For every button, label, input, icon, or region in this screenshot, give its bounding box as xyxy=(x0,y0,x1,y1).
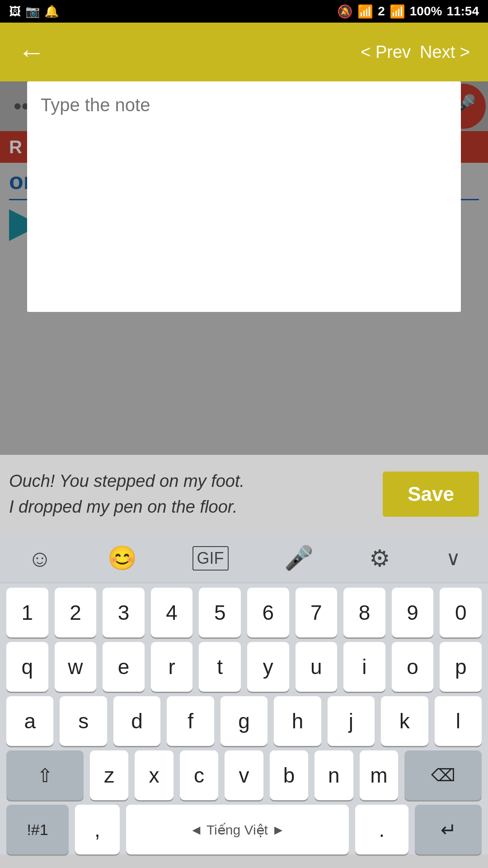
sim-icon: 2 xyxy=(378,4,385,19)
backspace-key[interactable]: ⌫ xyxy=(404,750,482,800)
content-area: ••• AA 📋 ☆ ⬇ 🔊 ✕ 🎤 R on Ouch! You stepp xyxy=(0,81,488,533)
sticker-icon[interactable]: 😊 xyxy=(108,544,137,572)
note-input[interactable] xyxy=(27,81,461,312)
key-j[interactable]: j xyxy=(328,696,375,746)
notification-icon: 🔔 xyxy=(44,5,59,19)
signal-icon: 📶 xyxy=(389,4,405,19)
key-b[interactable]: b xyxy=(270,750,308,800)
app-toolbar: ← < Prev Next > xyxy=(0,23,488,81)
asdf-row: a s d f g h j k l xyxy=(6,696,482,746)
comma-key[interactable]: , xyxy=(75,805,120,854)
nav-controls: < Prev Next > xyxy=(361,42,470,62)
sym-key[interactable]: !#1 xyxy=(6,805,69,854)
key-d[interactable]: d xyxy=(113,696,160,746)
space-key[interactable]: ◄ Tiếng Việt ► xyxy=(126,805,349,854)
key-h[interactable]: h xyxy=(274,696,321,746)
keyboard-area: ☺ 😊 GIF 🎤 ⚙ ∨ 1 2 3 4 5 6 7 8 9 0 q w e … xyxy=(0,533,488,854)
number-row: 1 2 3 4 5 6 7 8 9 0 xyxy=(6,588,482,637)
status-right-info: 🔕 📶 2 📶 100% 11:54 xyxy=(337,4,479,19)
key-1[interactable]: 1 xyxy=(6,588,48,637)
example-line-1: Ouch! You stepped on my foot. xyxy=(9,468,244,494)
bottom-kb-row: !#1 , ◄ Tiếng Việt ► . ↵ xyxy=(6,805,482,854)
note-modal xyxy=(27,81,461,312)
key-i[interactable]: i xyxy=(343,642,385,692)
gif-icon[interactable]: GIF xyxy=(192,546,229,571)
zxcv-row: ⇧ z x c v b n m ⌫ xyxy=(6,750,482,800)
key-u[interactable]: u xyxy=(296,642,338,692)
keyboard-settings-icon[interactable]: ⚙ xyxy=(369,545,390,572)
save-button[interactable]: Save xyxy=(383,472,479,517)
camera-icon: 📷 xyxy=(25,5,40,19)
gallery-icon: 🖼 xyxy=(9,5,21,19)
key-2[interactable]: 2 xyxy=(55,588,97,637)
key-6[interactable]: 6 xyxy=(247,588,289,637)
key-a[interactable]: a xyxy=(6,696,53,746)
key-v[interactable]: v xyxy=(225,750,263,800)
key-c[interactable]: c xyxy=(180,750,218,800)
key-f[interactable]: f xyxy=(167,696,214,746)
key-k[interactable]: k xyxy=(381,696,428,746)
time-display: 11:54 xyxy=(446,4,479,19)
next-button[interactable]: Next > xyxy=(420,42,470,62)
key-l[interactable]: l xyxy=(435,696,482,746)
key-n[interactable]: n xyxy=(314,750,353,800)
key-9[interactable]: 9 xyxy=(392,588,434,637)
key-r[interactable]: r xyxy=(151,642,193,692)
key-5[interactable]: 5 xyxy=(199,588,241,637)
key-t[interactable]: t xyxy=(199,642,241,692)
key-p[interactable]: p xyxy=(440,642,482,692)
dot-key[interactable]: . xyxy=(355,805,408,854)
key-x[interactable]: x xyxy=(135,750,173,800)
example-line-2: I dropped my pen on the floor. xyxy=(9,494,244,520)
key-m[interactable]: m xyxy=(360,750,398,800)
keyboard-collapse-icon[interactable]: ∨ xyxy=(446,547,460,570)
key-s[interactable]: s xyxy=(60,696,107,746)
battery-icon: 100% xyxy=(410,4,442,19)
key-7[interactable]: 7 xyxy=(296,588,338,637)
key-0[interactable]: 0 xyxy=(440,588,482,637)
key-y[interactable]: y xyxy=(247,642,289,692)
keyboard-mic-icon[interactable]: 🎤 xyxy=(284,544,314,572)
key-4[interactable]: 4 xyxy=(151,588,193,637)
status-left-icons: 🖼 📷 🔔 xyxy=(9,5,59,19)
wifi-icon: 📶 xyxy=(357,4,373,19)
key-8[interactable]: 8 xyxy=(343,588,385,637)
prev-button[interactable]: < Prev xyxy=(361,42,411,62)
keyboard-toolbar: ☺ 😊 GIF 🎤 ⚙ ∨ xyxy=(0,533,488,583)
key-g[interactable]: g xyxy=(221,696,267,746)
mute-icon: 🔕 xyxy=(337,4,353,19)
key-w[interactable]: w xyxy=(55,642,97,692)
key-o[interactable]: o xyxy=(392,642,434,692)
shift-key[interactable]: ⇧ xyxy=(6,750,84,800)
enter-key[interactable]: ↵ xyxy=(415,805,482,854)
key-e[interactable]: e xyxy=(103,642,145,692)
emoji-icon[interactable]: ☺ xyxy=(28,545,52,572)
key-z[interactable]: z xyxy=(90,750,128,800)
key-q[interactable]: q xyxy=(6,642,48,692)
example-text: Ouch! You stepped on my foot. I dropped … xyxy=(9,468,244,520)
back-button[interactable]: ← xyxy=(18,37,45,68)
qwerty-row: q w e r t y u i o p xyxy=(6,642,482,692)
status-bar: 🖼 📷 🔔 🔕 📶 2 📶 100% 11:54 xyxy=(0,0,488,23)
key-3[interactable]: 3 xyxy=(103,588,145,637)
bottom-content-area: Ouch! You stepped on my foot. I dropped … xyxy=(0,455,488,533)
